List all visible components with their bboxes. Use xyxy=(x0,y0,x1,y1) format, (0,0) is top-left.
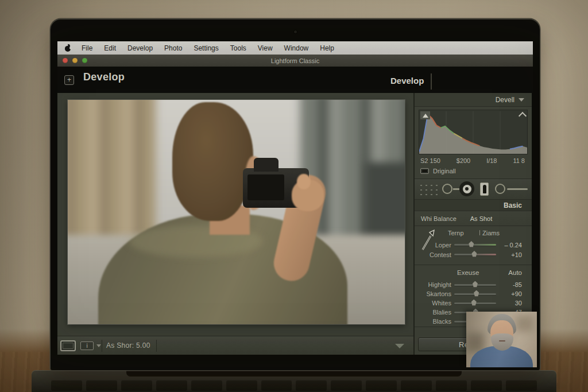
window-title-bar: Lightform Classic xyxy=(57,55,533,67)
slider-label: Highight xyxy=(415,281,451,288)
panel-group-header[interactable]: Devell xyxy=(415,93,532,107)
slider-label: Contest xyxy=(415,251,451,258)
webcam-background-shelf xyxy=(466,333,483,352)
grid-view-icon[interactable] xyxy=(60,340,76,351)
workspace: i As Shor: 5.00 xyxy=(57,93,415,355)
histogram-plot xyxy=(419,110,527,154)
info-dropdown-caret-icon[interactable] xyxy=(96,344,101,347)
white-balance-label: Whi Balance xyxy=(421,215,457,222)
builtin-camera-dot xyxy=(294,30,297,33)
histogram[interactable] xyxy=(419,110,528,154)
menu-bar: FileEditDevelopPhotoSettingsToolsViewWin… xyxy=(57,41,533,55)
chevron-down-icon[interactable] xyxy=(519,98,524,102)
menu-item-tools[interactable]: Tools xyxy=(225,44,252,52)
tool-grid-icon[interactable] xyxy=(419,183,439,196)
basic-panel-header[interactable]: Basic xyxy=(415,200,532,211)
photograph-scene: FileEditDevelopPhotoSettingsToolsViewWin… xyxy=(0,0,588,392)
slider-row-loper: Loper– 0.24 xyxy=(415,240,532,250)
laptop-key xyxy=(191,380,222,391)
menu-item-settings[interactable]: Settings xyxy=(188,44,224,52)
zoom-window-button[interactable] xyxy=(82,58,87,63)
webcam-video-overlay xyxy=(466,312,537,367)
menu-item-develop[interactable]: Develop xyxy=(122,44,158,52)
slider-label: Blacks xyxy=(415,318,451,325)
toolbar-divider xyxy=(102,340,102,352)
slider-knob[interactable] xyxy=(469,241,474,247)
radial-filter-tool-icon[interactable] xyxy=(495,184,505,194)
original-toggle-row[interactable]: Driginall xyxy=(415,165,532,179)
tint-label: Ziams xyxy=(482,230,500,236)
header-divider xyxy=(431,73,432,90)
exif-value: S2 150 xyxy=(420,157,440,164)
white-balance-dropdown[interactable]: As Shot xyxy=(470,215,493,222)
original-label: Driginall xyxy=(433,168,456,174)
minimize-window-button[interactable] xyxy=(72,58,78,63)
apple-menu-icon[interactable] xyxy=(64,44,71,52)
white-balance-section: Ternp Ziams Loper– 0.24Contest+10 xyxy=(415,226,532,265)
slider-value[interactable]: +10 xyxy=(496,251,522,258)
laptop-key xyxy=(506,380,537,391)
close-window-button[interactable] xyxy=(63,58,68,63)
histogram-section xyxy=(415,107,532,154)
laptop-key xyxy=(121,380,152,391)
slider-track[interactable] xyxy=(454,284,497,286)
slider-value[interactable]: +90 xyxy=(496,290,522,297)
laptop-key xyxy=(331,380,362,391)
exposure-section-label: Exeuse xyxy=(457,269,479,276)
slider-knob[interactable] xyxy=(473,281,478,288)
slider-knob[interactable] xyxy=(474,290,479,297)
toolbar-collapse-arrow-icon[interactable] xyxy=(395,344,404,348)
slider-track[interactable] xyxy=(454,293,497,295)
slider-row-whites: Whites30 xyxy=(415,298,532,308)
slider-value[interactable]: – 0.24 xyxy=(496,242,522,249)
menu-items: FileEditDevelopPhotoSettingsToolsViewWin… xyxy=(76,44,340,52)
menu-item-edit[interactable]: Edit xyxy=(98,44,122,52)
slider-value[interactable]: -85 xyxy=(496,281,522,288)
window-controls xyxy=(63,58,87,63)
temp-label: Ternp xyxy=(448,230,464,236)
slider-knob[interactable] xyxy=(471,300,477,306)
slider-label: Blalies xyxy=(415,309,451,316)
crop-tool-icon[interactable] xyxy=(442,184,452,194)
slider-track[interactable] xyxy=(454,254,497,255)
laptop-key xyxy=(366,380,397,391)
laptop-key xyxy=(436,380,467,391)
laptop-key xyxy=(156,380,187,391)
auto-tone-button[interactable]: Auto xyxy=(508,269,522,276)
slider-value[interactable]: 30 xyxy=(496,300,522,306)
menu-item-photo[interactable]: Photo xyxy=(158,44,188,52)
photo-canvas[interactable] xyxy=(68,100,405,324)
panel-group-label: Devell xyxy=(496,96,514,104)
laptop-keyboard-deck xyxy=(32,370,556,392)
menu-item-view[interactable]: View xyxy=(252,44,278,52)
info-overlay-button[interactable]: i xyxy=(80,341,94,350)
menu-item-file[interactable]: File xyxy=(76,44,98,52)
slider-row-highight: Highight-85 xyxy=(415,280,532,289)
laptop-key xyxy=(471,380,502,391)
add-button[interactable]: + xyxy=(64,75,74,85)
app-header: + Develop Develop xyxy=(57,67,533,93)
laptop-key xyxy=(226,380,257,391)
module-picker-develop[interactable]: Develop xyxy=(390,76,424,86)
spot-removal-tool-icon[interactable] xyxy=(459,181,474,196)
slider-knob[interactable] xyxy=(471,251,477,257)
tint-tick xyxy=(479,230,480,235)
slider-track[interactable] xyxy=(454,244,497,246)
laptop-key xyxy=(296,380,327,391)
webcam-background-frame xyxy=(516,315,534,332)
exif-value: 11 8 xyxy=(513,157,525,164)
menu-item-help[interactable]: Help xyxy=(314,44,340,52)
brush-tool-line xyxy=(507,188,528,190)
exif-value: $200 xyxy=(457,157,470,164)
window-title: Lightform Classic xyxy=(271,57,319,64)
slider-label: Skartons xyxy=(415,290,451,297)
slider-track[interactable] xyxy=(454,302,497,304)
shadow-clipping-indicator[interactable] xyxy=(420,111,430,119)
exif-value: I/18 xyxy=(486,157,497,164)
tool-link-line xyxy=(453,188,459,190)
laptop-key xyxy=(51,380,82,391)
keyboard-row xyxy=(51,380,537,391)
menu-item-window[interactable]: Window xyxy=(278,44,315,52)
red-eye-tool-icon[interactable] xyxy=(480,183,489,196)
slider-label: Whites xyxy=(415,300,451,306)
